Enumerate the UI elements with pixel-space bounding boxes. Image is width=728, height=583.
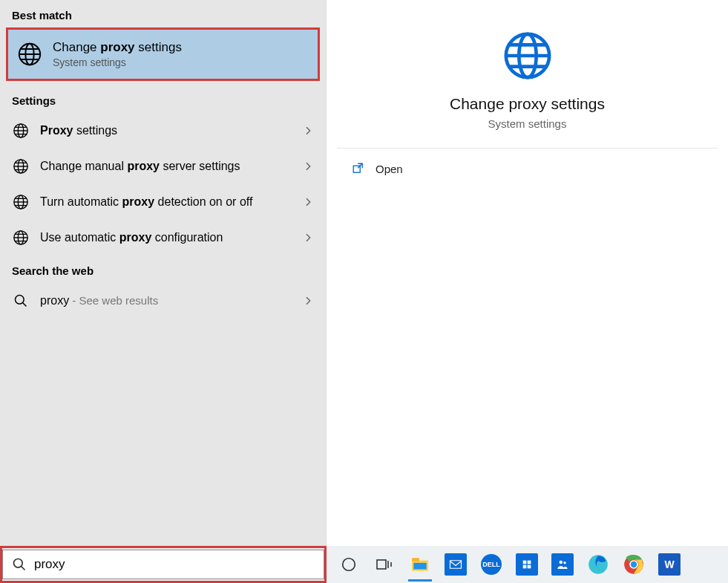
svg-point-40 <box>631 561 637 567</box>
settings-results-list: Proxy settingsChange manual proxy server… <box>0 113 326 255</box>
settings-result-label: Turn automatic proxy detection on or off <box>40 194 292 210</box>
preview-panel: Change proxy settings System settings Op… <box>327 0 728 546</box>
globe-icon <box>17 42 42 67</box>
search-results-panel: Best match Change proxy settings System … <box>0 0 327 546</box>
ms-store-button[interactable] <box>509 546 545 583</box>
preview-subtitle: System settings <box>337 117 718 130</box>
settings-result-label: Use automatic proxy configuration <box>40 229 292 246</box>
search-input[interactable] <box>34 557 324 572</box>
mail-button[interactable] <box>438 546 473 583</box>
section-header-settings: Settings <box>0 85 326 113</box>
chrome-icon <box>623 554 644 575</box>
svg-point-15 <box>16 296 24 304</box>
svg-rect-30 <box>413 563 426 570</box>
svg-point-36 <box>563 561 565 564</box>
settings-result-label: Proxy settings <box>40 123 292 139</box>
dell-button[interactable]: DELL <box>473 546 509 583</box>
taskbar-search-box[interactable] <box>2 550 324 579</box>
svg-rect-31 <box>523 561 527 564</box>
best-match-title: Change proxy settings <box>53 40 182 55</box>
globe-icon <box>12 122 30 140</box>
open-label: Open <box>376 163 403 175</box>
svg-point-24 <box>343 558 355 571</box>
open-action[interactable]: Open <box>327 149 728 189</box>
preview-title: Change proxy settings <box>337 95 718 113</box>
svg-rect-29 <box>412 558 419 561</box>
best-match-result[interactable]: Change proxy settings System settings <box>8 30 318 79</box>
chevron-right-icon <box>302 160 314 172</box>
chrome-button[interactable] <box>616 546 652 583</box>
svg-rect-32 <box>528 561 531 564</box>
svg-rect-33 <box>523 565 527 569</box>
chevron-right-icon <box>302 232 314 244</box>
mail-icon <box>445 553 467 576</box>
globe-icon <box>12 193 30 211</box>
settings-result[interactable]: Proxy settings <box>0 113 326 149</box>
edge-icon <box>588 554 609 575</box>
svg-rect-25 <box>377 560 386 569</box>
taskbar-icons: DELL <box>327 546 687 583</box>
cortana-button[interactable] <box>331 546 367 583</box>
open-icon <box>352 162 365 175</box>
settings-result[interactable]: Turn automatic proxy detection on or off <box>0 184 326 220</box>
chevron-right-icon <box>302 125 314 137</box>
search-highlight-box <box>0 546 327 583</box>
web-search-result[interactable]: proxy - See web results <box>0 283 326 319</box>
taskbar: DELL <box>0 546 728 583</box>
svg-point-35 <box>560 561 563 564</box>
settings-result[interactable]: Change manual proxy server settings <box>0 149 326 184</box>
svg-point-22 <box>14 559 23 568</box>
chevron-right-icon <box>302 196 314 208</box>
taskbar-search-wrap <box>0 546 327 583</box>
search-icon <box>12 292 30 310</box>
chevron-right-icon <box>302 295 314 307</box>
best-match-subtitle: System settings <box>53 56 182 68</box>
task-view-button[interactable] <box>367 546 402 583</box>
svg-line-16 <box>23 303 27 307</box>
svg-line-23 <box>22 567 25 570</box>
contacts-icon <box>551 553 574 576</box>
settings-result-label: Change manual proxy server settings <box>40 158 292 175</box>
edge-button[interactable] <box>580 546 616 583</box>
word-button[interactable]: W <box>652 546 687 583</box>
globe-icon <box>502 30 554 82</box>
contacts-button[interactable] <box>545 546 580 583</box>
preview-hero: Change proxy settings System settings <box>337 0 718 149</box>
settings-result[interactable]: Use automatic proxy configuration <box>0 220 326 255</box>
dell-icon: DELL <box>481 554 502 575</box>
web-result-label: proxy - See web results <box>40 293 292 309</box>
svg-rect-34 <box>528 565 531 569</box>
best-match-highlight-box: Change proxy settings System settings <box>6 27 320 81</box>
section-header-web: Search the web <box>0 255 326 283</box>
word-icon: W <box>658 553 681 576</box>
globe-icon <box>12 229 30 247</box>
search-icon <box>12 557 27 572</box>
best-match-text: Change proxy settings System settings <box>53 40 182 68</box>
section-header-best-match: Best match <box>0 0 326 27</box>
file-explorer-button[interactable] <box>402 546 438 583</box>
globe-icon <box>12 157 30 175</box>
store-icon <box>516 553 538 576</box>
